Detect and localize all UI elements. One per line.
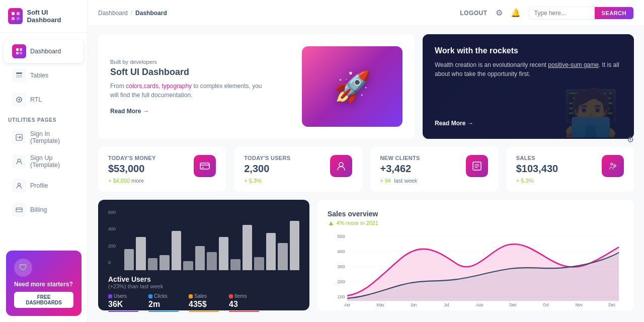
dashboard-icon <box>12 44 26 58</box>
metric-sales-value: 435$ <box>189 300 219 309</box>
hero-card-right: Work with the rockets Wealth creation is… <box>423 34 634 139</box>
content: Built by developers Soft UI Dashboard Fr… <box>88 26 644 322</box>
gear-settings-icon[interactable]: ⚙ <box>627 135 634 144</box>
logout-button[interactable]: LOGOUT <box>460 10 487 17</box>
metric-items-bar <box>229 311 259 312</box>
sidebar-item-signup[interactable]: Sign Up (Template) <box>4 150 84 173</box>
sidebar-item-label: RTL <box>30 96 42 103</box>
svg-text:May: May <box>377 303 385 306</box>
items-dot <box>229 294 233 298</box>
search-box: SEARCH <box>529 7 634 20</box>
stat-card-money: Today's Money $53,000 + $4,000more <box>98 147 226 192</box>
search-input[interactable] <box>529 7 595 19</box>
stat-label-money: Today's Money <box>108 155 156 161</box>
stat-change-clients: + 94 last week <box>380 178 420 184</box>
sidebar-item-label: Sign Up (Template) <box>30 154 75 169</box>
svg-rect-3 <box>17 17 20 20</box>
sidebar-promo: 🛡 Need more starters? FREE DASHBOARDS <box>0 245 88 322</box>
app-name: Soft UI Dashboard <box>27 9 79 24</box>
read-more-right-link[interactable]: Read More → <box>435 120 622 127</box>
billing-icon <box>12 203 26 217</box>
svg-rect-7 <box>20 52 22 54</box>
bar <box>195 246 205 270</box>
utilities-label: UTILITIES PAGES <box>0 112 88 125</box>
active-users-subtitle: (+23%) than last week <box>108 283 299 289</box>
bar <box>124 249 134 270</box>
metric-items-label: Items <box>229 293 259 299</box>
notifications-icon[interactable]: 🔔 <box>511 8 521 18</box>
hero-card-left: Built by developers Soft UI Dashboard Fr… <box>98 34 415 139</box>
bar <box>207 252 216 270</box>
bar-chart-card: 600 400 200 0 <box>98 200 309 310</box>
settings-icon[interactable]: ⚙ <box>496 8 503 18</box>
active-users-section: Active Users (+23%) than last week <box>108 275 299 289</box>
svg-point-21 <box>614 165 616 167</box>
y-label-600: 600 <box>108 210 116 215</box>
stat-value-users: 2,300 <box>244 163 290 175</box>
svg-text:Dec: Dec <box>608 303 615 306</box>
hero-right-desc: Wealth creation is an evolutionarily rec… <box>435 60 622 78</box>
tables-icon <box>12 68 26 83</box>
stat-label-users: Today's Users <box>244 155 290 161</box>
sidebar-item-rtl[interactable]: RTL <box>4 88 84 111</box>
metric-users-value: 36K <box>108 300 138 309</box>
svg-point-17 <box>202 167 204 169</box>
stat-value-sales: $103,430 <box>516 163 558 175</box>
stat-info-money: Today's Money $53,000 + $4,000more <box>108 155 156 184</box>
signin-icon <box>12 130 26 144</box>
bar <box>266 233 276 270</box>
metric-sales-bar <box>189 311 219 312</box>
rocket-icon: 🚀 <box>334 69 371 105</box>
stat-change-sales: + 5.3% <box>516 178 558 184</box>
svg-rect-0 <box>12 12 15 15</box>
sidebar-item-billing[interactable]: Billing <box>4 198 84 221</box>
active-users-title: Active Users <box>108 275 299 283</box>
bar <box>219 237 228 270</box>
svg-rect-10 <box>16 77 22 78</box>
metric-sales: Sales 435$ <box>189 293 219 312</box>
metric-users-label: Users <box>108 293 138 299</box>
svg-text:200: 200 <box>338 279 345 284</box>
stat-info-clients: New Clients +3,462 + 94 last week <box>380 155 420 184</box>
stats-row: ⚙ Today's Money $53,000 + $4,000more Tod… <box>98 147 634 192</box>
sidebar-item-dashboard[interactable]: Dashboard <box>4 40 84 63</box>
metric-sales-label: Sales <box>189 293 219 299</box>
bar <box>278 243 287 270</box>
sidebar-logo: Soft UI Dashboard <box>0 0 88 33</box>
header: Dashboard / Dashboard LOGOUT ⚙ 🔔 SEARCH <box>88 0 644 26</box>
stat-card-sales: Sales $103,430 + 5.3% <box>506 147 634 192</box>
read-more-link[interactable]: Read More → <box>110 108 271 115</box>
bar <box>148 258 157 270</box>
built-by-label: Built by developers <box>110 59 271 65</box>
sidebar: Soft UI Dashboard Dashboard Tables RTL U… <box>0 0 88 322</box>
metric-items: Items 43 <box>229 293 259 312</box>
clicks-dot <box>148 294 152 298</box>
hero-right-title: Work with the rockets <box>435 46 622 55</box>
profile-icon <box>12 179 26 193</box>
metric-clicks: Clicks 2m <box>148 293 179 312</box>
stat-info-users: Today's Users 2,300 + 5.3% <box>244 155 290 184</box>
svg-text:Aug: Aug <box>476 303 483 306</box>
bar <box>183 261 193 270</box>
metrics-row: Users 36K Clicks 2m <box>108 293 299 312</box>
bar <box>254 257 264 270</box>
hero-title: Soft UI Dashboard <box>110 67 271 77</box>
search-button[interactable]: SEARCH <box>595 7 633 19</box>
sidebar-item-tables[interactable]: Tables <box>4 64 84 87</box>
sidebar-item-profile[interactable]: Profile <box>4 174 84 197</box>
hero-right-content: Work with the rockets Wealth creation is… <box>435 46 622 78</box>
svg-text:Nov: Nov <box>576 303 583 306</box>
stat-icon-money <box>194 155 216 177</box>
svg-text:100: 100 <box>338 294 345 299</box>
stat-change-users: + 5.3% <box>244 178 290 184</box>
promo-card: 🛡 Need more starters? FREE DASHBOARDS <box>6 251 82 316</box>
svg-rect-8 <box>16 72 22 74</box>
sidebar-item-label: Billing <box>30 206 47 213</box>
breadcrumb-home[interactable]: Dashboard <box>98 10 128 17</box>
stat-card-clients: New Clients +3,462 + 94 last week <box>370 147 498 192</box>
sales-title: Sales overview <box>328 210 624 218</box>
sidebar-item-signin[interactable]: Sign In (Template) <box>4 126 84 149</box>
bar <box>290 221 299 270</box>
free-dashboards-button[interactable]: FREE DASHBOARDS <box>14 292 73 308</box>
hero-text: Built by developers Soft UI Dashboard Fr… <box>110 59 271 115</box>
